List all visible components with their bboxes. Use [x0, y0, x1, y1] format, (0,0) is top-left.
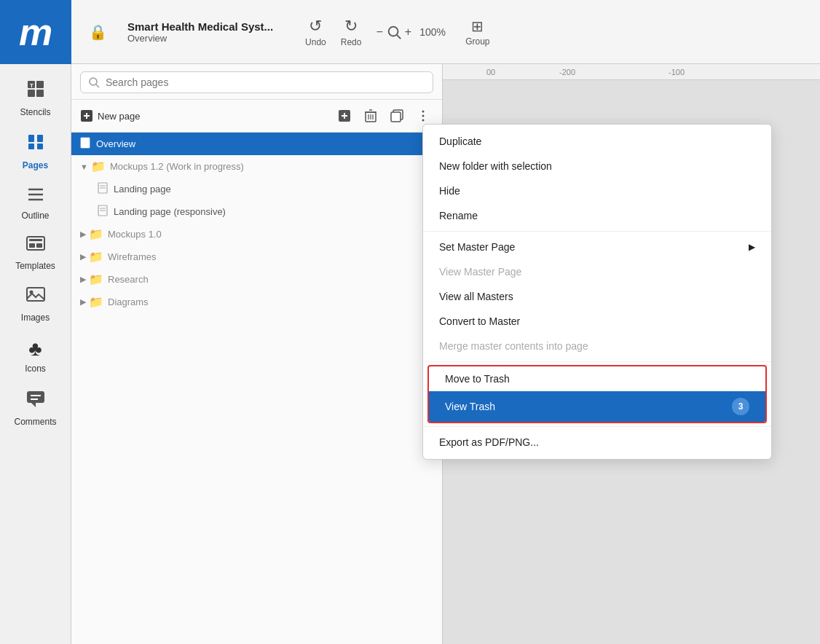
menu-item-new-folder[interactable]: New folder with selection [423, 154, 771, 178]
outline-label: Outline [21, 211, 49, 221]
search-icon [88, 76, 100, 88]
sidebar-item-pages[interactable]: Pages [0, 125, 71, 178]
undo-button[interactable]: ↺ Undo [305, 17, 326, 47]
zoom-in-button[interactable]: + [405, 25, 411, 39]
svg-point-0 [388, 26, 398, 36]
outline-icon [25, 185, 46, 208]
svg-rect-8 [37, 135, 43, 142]
pages-toolbar: New page [71, 100, 442, 133]
menu-item-duplicate[interactable]: Duplicate [423, 129, 771, 154]
folder-name-mockups12: Mockups 1.2 (Work in progress) [110, 161, 424, 172]
menu-item-move-trash[interactable]: Move to Trash [429, 366, 765, 391]
folder-arrow-research: ▶ [80, 275, 86, 284]
add-page-icon-button[interactable] [334, 106, 355, 126]
sidebar: T Stencils Pages Outline [0, 64, 71, 644]
page-item-landing-responsive[interactable]: Landing page (responsive) [71, 200, 442, 223]
ruler-top: 00 -200 -100 [443, 64, 820, 80]
search-input[interactable] [106, 76, 425, 88]
add-icon [338, 109, 351, 122]
project-subtitle: Overview [127, 33, 273, 44]
sidebar-item-images[interactable]: Images [0, 278, 71, 330]
submenu-arrow-icon: ▶ [749, 242, 755, 252]
menu-item-hide[interactable]: Hide [423, 178, 771, 203]
topbar: m 🔒 Smart Health Medical Syst... Overvie… [0, 0, 820, 64]
folder-item-mockups10[interactable]: ▶ 📁 Mockups 1.0 ☁ [71, 223, 442, 246]
copy-icon [390, 109, 403, 122]
duplicate-page-button[interactable] [387, 106, 407, 126]
svg-text:T: T [30, 82, 33, 89]
ruler-mark-100: -100 [669, 68, 685, 76]
divider-2 [423, 361, 771, 362]
pages-label: Pages [23, 160, 48, 170]
menu-section-trash: Move to Trash View Trash 3 [427, 365, 767, 423]
zoom-controls: − + 100% [376, 24, 451, 40]
svg-line-25 [96, 85, 99, 87]
comments-icon [25, 388, 46, 414]
menu-item-view-all-masters[interactable]: View all Masters [423, 284, 771, 309]
search-bar-area [71, 64, 442, 100]
folder-arrow-icon: ▼ [80, 162, 88, 171]
folder-name-research: Research [108, 274, 424, 285]
menu-item-merge-master: Merge master contents into page [423, 334, 771, 358]
svg-rect-17 [36, 243, 42, 248]
ruler-mark-200: -200 [559, 68, 575, 76]
more-options-button[interactable] [413, 106, 433, 126]
new-page-icon [80, 109, 93, 122]
images-label: Images [21, 313, 50, 323]
redo-button[interactable]: ↻ Redo [341, 17, 362, 47]
logo-area: m [0, 0, 71, 64]
svg-rect-4 [28, 90, 35, 97]
svg-rect-7 [28, 135, 34, 142]
sidebar-item-comments[interactable]: Comments [0, 381, 71, 434]
sidebar-item-stencils[interactable]: T Stencils [0, 71, 71, 125]
menu-item-convert-master[interactable]: Convert to Master [423, 309, 771, 334]
trash-count-badge: 3 [732, 398, 749, 415]
stencils-label: Stencils [20, 107, 50, 117]
folder-item-research[interactable]: ▶ 📁 Research ☁ [71, 268, 442, 291]
undo-icon: ↺ [309, 17, 322, 36]
menu-item-export[interactable]: Export as PDF/PNG... [423, 430, 771, 455]
folder-item-wireframes[interactable]: ▶ 📁 Wireframes ☁ [71, 246, 442, 268]
page-name-landing-responsive: Landing page (responsive) [114, 206, 226, 217]
sidebar-item-templates[interactable]: Templates [0, 228, 71, 278]
svg-rect-18 [27, 288, 44, 301]
menu-item-view-trash[interactable]: View Trash 3 [429, 391, 765, 422]
delete-page-button[interactable] [360, 106, 381, 126]
folder-arrow-collapsed: ▶ [80, 229, 86, 239]
svg-rect-10 [37, 144, 43, 149]
page-item-landing[interactable]: Landing page [71, 178, 442, 200]
pages-icon [25, 132, 46, 157]
folder-name-mockups10: Mockups 1.0 [108, 229, 424, 240]
sidebar-item-icons[interactable]: ♣ Icons [0, 330, 71, 381]
topbar-content: 🔒 Smart Health Medical Syst... Overview … [89, 0, 808, 63]
folder-item-diagrams[interactable]: ▶ 📁 Diagrams ☁ [71, 291, 442, 313]
menu-item-set-master[interactable]: Set Master Page ▶ [423, 235, 771, 259]
group-icon: ⊞ [471, 17, 484, 35]
pages-list: Overview ▼ 📁 Mockups 1.2 (Work in progre… [71, 133, 442, 644]
project-info: Smart Health Medical Syst... Overview [127, 20, 273, 44]
svg-rect-15 [29, 239, 42, 241]
zoom-out-button[interactable]: − [376, 25, 382, 39]
sub-page-icon-landing [98, 182, 108, 196]
comments-label: Comments [14, 417, 56, 427]
divider-1 [423, 231, 771, 232]
folder-item-mockups12[interactable]: ▼ 📁 Mockups 1.2 (Work in progress) ☁ [71, 155, 442, 178]
new-page-button[interactable]: New page [80, 109, 141, 122]
page-item-overview[interactable]: Overview [71, 133, 442, 155]
folder-icon-wire: 📁 [89, 250, 103, 264]
menu-item-rename[interactable]: Rename [423, 203, 771, 228]
sidebar-item-outline[interactable]: Outline [0, 178, 71, 228]
trash-icon [365, 109, 377, 122]
group-button[interactable]: ⊞ Group [465, 17, 489, 47]
templates-label: Templates [15, 261, 55, 271]
svg-point-41 [422, 115, 425, 117]
zoom-search-icon [386, 24, 402, 40]
folder-icon-diagrams: 📁 [89, 295, 103, 309]
folder-arrow-diagrams: ▶ [80, 297, 86, 307]
svg-rect-16 [29, 243, 35, 248]
page-name-landing: Landing page [114, 184, 171, 195]
svg-line-1 [397, 35, 401, 39]
more-vertical-icon [422, 110, 425, 122]
folder-icon-m10: 📁 [89, 227, 103, 241]
svg-rect-3 [36, 81, 44, 88]
